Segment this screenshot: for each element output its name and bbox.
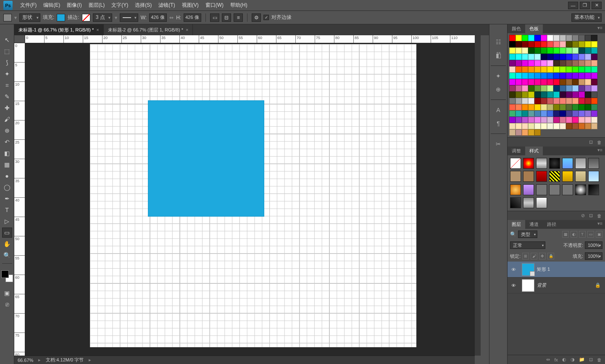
swatch[interactable]	[534, 54, 541, 60]
swatch[interactable]	[541, 47, 547, 54]
style-preset[interactable]	[510, 171, 521, 182]
swatch[interactable]	[572, 66, 579, 73]
swatch[interactable]	[585, 117, 591, 123]
new-layer-icon[interactable]: ⊡	[589, 357, 593, 362]
swatch[interactable]	[547, 117, 553, 123]
width-input[interactable]	[149, 13, 167, 22]
swatch[interactable]	[591, 41, 597, 47]
swatch[interactable]	[541, 110, 547, 117]
swatch[interactable]	[541, 73, 547, 79]
swatch[interactable]	[572, 47, 579, 54]
menu-item[interactable]: 视图(V)	[179, 0, 202, 10]
swatch[interactable]	[516, 54, 522, 60]
tab-paths[interactable]: 路径	[543, 220, 560, 229]
swatch[interactable]	[572, 79, 579, 85]
swatch[interactable]	[585, 85, 591, 92]
swatch[interactable]	[566, 117, 572, 123]
swatch[interactable]	[528, 66, 534, 73]
swatch[interactable]	[522, 92, 528, 98]
panel-menu-icon[interactable]: ▾≡	[595, 24, 605, 33]
swatch[interactable]	[553, 123, 560, 129]
style-preset[interactable]	[549, 171, 560, 182]
swatch[interactable]	[591, 110, 597, 117]
layer-mask-icon[interactable]: ◐	[562, 357, 566, 362]
swatch[interactable]	[534, 66, 541, 73]
menu-item[interactable]: 选择(S)	[132, 0, 155, 10]
swatch[interactable]	[547, 47, 553, 54]
layer-thumbnail[interactable]	[522, 279, 534, 292]
swatch[interactable]	[566, 110, 572, 117]
swatch[interactable]	[547, 79, 553, 85]
canvas-viewport[interactable]	[25, 43, 475, 356]
swatch[interactable]	[591, 117, 597, 123]
shape-rectangle[interactable]	[148, 100, 264, 217]
style-preset[interactable]	[536, 197, 547, 208]
style-preset[interactable]	[562, 184, 573, 195]
swatch[interactable]	[560, 104, 566, 110]
swatch[interactable]	[534, 79, 541, 85]
swatch[interactable]	[579, 73, 585, 79]
layer-fx-icon[interactable]: fx	[554, 357, 558, 362]
swatch[interactable]	[509, 79, 516, 85]
swatch[interactable]	[509, 110, 516, 117]
delete-layer-icon[interactable]: 🗑	[597, 357, 602, 362]
style-preset[interactable]	[523, 197, 534, 208]
swatch[interactable]	[534, 60, 541, 66]
swatch[interactable]	[516, 60, 522, 66]
swatch[interactable]	[509, 129, 516, 136]
character-panel-icon[interactable]: ✦	[492, 70, 504, 82]
tab-adjustments[interactable]: 调整	[508, 147, 525, 155]
swatch[interactable]	[560, 123, 566, 129]
swatch[interactable]	[553, 66, 560, 73]
lock-all-icon[interactable]: 🔒	[547, 253, 554, 259]
swatch[interactable]	[566, 41, 572, 47]
swatch[interactable]	[528, 35, 534, 41]
swatch[interactable]	[566, 54, 572, 60]
swatch[interactable]	[585, 66, 591, 73]
swatch[interactable]	[572, 60, 579, 66]
filter-adjust-icon[interactable]: ◐	[571, 231, 577, 238]
stroke-style-dropdown[interactable]	[120, 13, 138, 22]
swatch[interactable]	[560, 79, 566, 85]
swatch[interactable]	[509, 35, 516, 41]
menu-item[interactable]: 图层(L)	[85, 0, 108, 10]
swatch[interactable]	[591, 85, 597, 92]
style-preset[interactable]	[536, 184, 547, 195]
zoom-tool[interactable]: 🔍	[2, 250, 12, 260]
swatch[interactable]	[585, 110, 591, 117]
properties-panel-icon[interactable]: ◧	[492, 50, 504, 61]
swatch[interactable]	[522, 66, 528, 73]
filter-smart-icon[interactable]: ▣	[596, 231, 602, 238]
swatch[interactable]	[516, 110, 522, 117]
shape-mode-dropdown[interactable]: 形状	[19, 13, 40, 22]
swatch[interactable]	[572, 41, 579, 47]
swatch[interactable]	[572, 54, 579, 60]
swatch[interactable]	[528, 54, 534, 60]
swatch[interactable]	[522, 85, 528, 92]
swatch[interactable]	[553, 41, 560, 47]
swatch[interactable]	[522, 54, 528, 60]
visibility-toggle[interactable]: 👁	[508, 283, 519, 288]
swatch[interactable]	[579, 66, 585, 73]
swatch[interactable]	[585, 60, 591, 66]
swatch[interactable]	[585, 123, 591, 129]
swatch[interactable]	[579, 104, 585, 110]
tab-channels[interactable]: 通道	[525, 220, 543, 229]
menu-item[interactable]: 图像(I)	[63, 0, 85, 10]
swatch[interactable]	[547, 98, 553, 104]
swatch[interactable]	[547, 73, 553, 79]
swatch[interactable]	[509, 104, 516, 110]
path-align-icon[interactable]: ⊟	[222, 13, 231, 22]
link-icon[interactable]: ⇔	[169, 15, 174, 21]
swatch[interactable]	[560, 110, 566, 117]
menu-item[interactable]: 编辑(E)	[40, 0, 63, 10]
swatch[interactable]	[585, 79, 591, 85]
swatch[interactable]	[541, 54, 547, 60]
marquee-tool[interactable]: ⬚	[2, 46, 12, 56]
lock-pixels-icon[interactable]: 🖌	[531, 253, 537, 259]
swatch[interactable]	[516, 129, 522, 136]
move-tool[interactable]: ↖	[2, 35, 12, 45]
swatch[interactable]	[572, 104, 579, 110]
style-preset[interactable]	[536, 171, 547, 182]
swatch[interactable]	[541, 104, 547, 110]
